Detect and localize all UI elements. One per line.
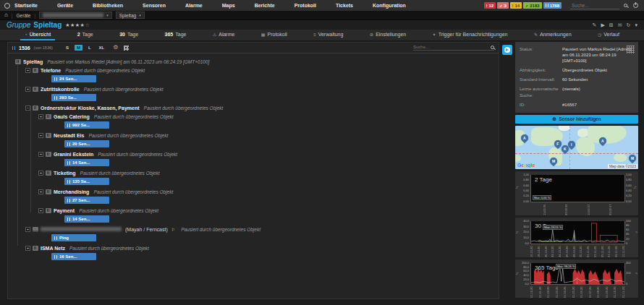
add-icon[interactable]: ⊞ [609, 22, 614, 28]
gear-icon[interactable]: ⚙ [113, 45, 118, 51]
grid-view-icon[interactable] [124, 46, 129, 51]
tab-alarme[interactable]: ⚠Alarme [208, 30, 240, 40]
expand-icon[interactable] [38, 171, 43, 176]
sensor-count-badge[interactable]: 27 Sen... [64, 197, 109, 204]
y-tick-label: 40,0 [523, 220, 529, 223]
topnav-item[interactable]: Alarme [185, 3, 203, 8]
minigraph-365-tage[interactable]: 365 Tage 100,080,060,040,020,00,0 400200… [515, 259, 638, 298]
tab-protokoll[interactable]: ▦Protokoll [257, 30, 292, 40]
tab-30-tage[interactable]: 30Tage [115, 30, 143, 40]
sensor-count-badge[interactable]: 20 Sen... [64, 140, 109, 147]
pause-icon [67, 142, 70, 146]
play-icon[interactable]: ▶ [601, 22, 604, 28]
tab-verlauf[interactable]: ◷Verlauf [593, 30, 624, 40]
breadcrumb-probe-dropdown[interactable] [39, 12, 112, 19]
topnav-item[interactable]: Bibliotheken [93, 3, 123, 8]
pause-icon [54, 255, 57, 259]
tab-trigger[interactable]: ✦Trigger für Benachrichtigungen [428, 30, 512, 40]
tab-verwaltung[interactable]: ≡Verwaltung [309, 30, 347, 40]
search-icon[interactable] [624, 4, 627, 7]
tree-search-input[interactable] [413, 45, 488, 49]
size-button-xl[interactable]: XL [97, 45, 107, 51]
management-icon: ≡ [313, 33, 316, 37]
tree-row-ordnerstruktur[interactable]: Ordnerstruktur Kioske, Kassen, Payment P… [25, 104, 499, 111]
tree-row-payment[interactable]: Payment Pausiert durch übergeordnetes Ob… [38, 207, 499, 214]
tab-uebersicht[interactable]: ◔Übersicht [20, 30, 55, 40]
tab-einstellungen[interactable]: ⚙Einstellungen [365, 30, 410, 40]
collapse-icon[interactable] [25, 106, 30, 111]
geo-map-thumbnail[interactable]: A F K I A M M Google Map data ©2023 [515, 126, 638, 169]
tab-2-tage[interactable]: 2Tage [73, 30, 98, 40]
sensor-count-badge[interactable]: Ping [51, 234, 96, 241]
tree-row-merchandising[interactable]: Merchandising Pausiert durch übergeordne… [38, 188, 499, 195]
breadcrumb-group-dropdown[interactable]: Spieltag [116, 12, 145, 19]
tree-row-telefone[interactable]: Telefone Pausiert durch übergeordnetes O… [25, 66, 499, 74]
expand-icon[interactable] [38, 208, 43, 213]
size-button-s[interactable]: S [64, 45, 71, 51]
status-badge-warning[interactable]: !14 [510, 2, 522, 9]
size-button-m[interactable]: M [75, 45, 82, 51]
map-marker[interactable]: M [627, 153, 637, 163]
home-icon[interactable]: ⌂ [4, 12, 8, 18]
priority-rating[interactable]: ★★★★☆ [65, 22, 90, 28]
size-button-l[interactable]: L [86, 45, 93, 51]
pause-icon [12, 46, 15, 50]
topnav-item[interactable]: Startseite [14, 3, 38, 8]
topnav-item[interactable]: Berichte [255, 3, 275, 8]
sensor-count-badge[interactable]: 992 Se... [64, 121, 109, 129]
tools-icon[interactable]: ✎ [593, 22, 597, 28]
topnav-item[interactable]: Tickets [336, 3, 353, 8]
more-icon[interactable]: ▾ [635, 22, 637, 28]
toggle-info-panel-button[interactable] [502, 45, 512, 55]
expand-icon[interactable] [25, 227, 30, 232]
logout-icon[interactable] [633, 3, 638, 8]
expand-icon[interactable] [25, 246, 30, 251]
expand-icon[interactable] [38, 114, 43, 119]
x-tick-label: 11:00 06.11 [543, 204, 546, 215]
tree-row-mayah-device[interactable]: (Mayah / Ferncast) ⚐ Pausiert durch über… [25, 225, 499, 233]
status-badge-down[interactable]: !12 [484, 2, 496, 9]
expand-icon[interactable] [38, 189, 43, 194]
qr-code-icon[interactable] [627, 46, 635, 53]
breadcrumb-section[interactable]: Geräte [17, 13, 31, 18]
gauge-icon: ◔ [25, 33, 27, 37]
search-icon[interactable] [491, 46, 494, 49]
tree-row-spieltag[interactable]: Spieltag Pausiert von Markus Riedel [Adm… [15, 58, 499, 65]
tree-row-zutrittskontrolle[interactable]: Zutrittskontrolle Pausiert durch übergeo… [25, 85, 499, 93]
tree-row-neustadt-eis[interactable]: Neustadt Eis Pausiert durch übergeordnet… [38, 132, 499, 139]
tab-365-tage[interactable]: 365Tage [161, 30, 191, 40]
x-tick-label: 20.10.2023 [545, 246, 548, 257]
topnav-item[interactable]: Maps [222, 3, 235, 8]
sensor-count-badge[interactable]: 135 Se... [64, 178, 109, 185]
sensor-count-badge[interactable]: 14 Sen... [64, 159, 109, 166]
sensor-count-badge[interactable]: 14 Sen... [64, 215, 109, 223]
status-badge-up[interactable]: ✓2183 [523, 2, 542, 9]
email-icon[interactable]: ✉ [618, 22, 622, 28]
comment-icon: ✎ [534, 32, 538, 37]
check-icon: ✓ [525, 4, 528, 8]
refresh-icon[interactable]: ↻ [627, 22, 631, 28]
expand-icon[interactable] [25, 87, 30, 92]
tab-anmerkungen[interactable]: ✎Anmerkungen [530, 30, 576, 40]
minigraph-2-tage[interactable]: 2 Tage 1,000,800,600,400,200,00 1,000,80… [515, 171, 638, 215]
topnav-item[interactable]: Protokoll [295, 3, 316, 8]
minigraph-30-tage[interactable]: 30 Tage 40,030,020,010,00,0 100806040200… [515, 218, 638, 257]
topnav-item[interactable]: Geräte [57, 3, 73, 8]
expand-icon[interactable] [25, 68, 30, 73]
expand-icon[interactable] [38, 152, 43, 157]
sensor-count-badge[interactable]: 16 Sen... [51, 253, 96, 260]
x-tick-label: 16.10.2023 [530, 246, 533, 257]
tree-row-ticketing[interactable]: Ticketing Pausiert durch übergeordnetes … [38, 169, 499, 176]
sensor-count-badge[interactable]: 293 Se... [51, 94, 96, 101]
status-badge-down-acknowledged[interactable]: ✓3 [497, 2, 509, 9]
global-search-input[interactable] [570, 2, 619, 9]
add-sensor-button[interactable]: ⊕ Sensor hinzufügen [515, 115, 638, 124]
sensor-count-badge[interactable]: 24 Sen... [51, 75, 96, 82]
tree-row-granini-eckstein[interactable]: Granini Eckstein Pausiert durch übergeor… [38, 150, 499, 158]
topnav-item[interactable]: Sensoren [143, 3, 166, 8]
status-badge-paused[interactable]: 1788 [543, 2, 562, 9]
topnav-item[interactable]: Konfiguration [373, 3, 406, 8]
expand-icon[interactable] [38, 133, 43, 138]
tree-row-gauls-catering[interactable]: Gauls Catering Pausiert durch übergeordn… [38, 113, 499, 120]
tree-row-isma-netz[interactable]: ISMA Netz Pausiert durch übergeordnetes … [25, 244, 499, 252]
